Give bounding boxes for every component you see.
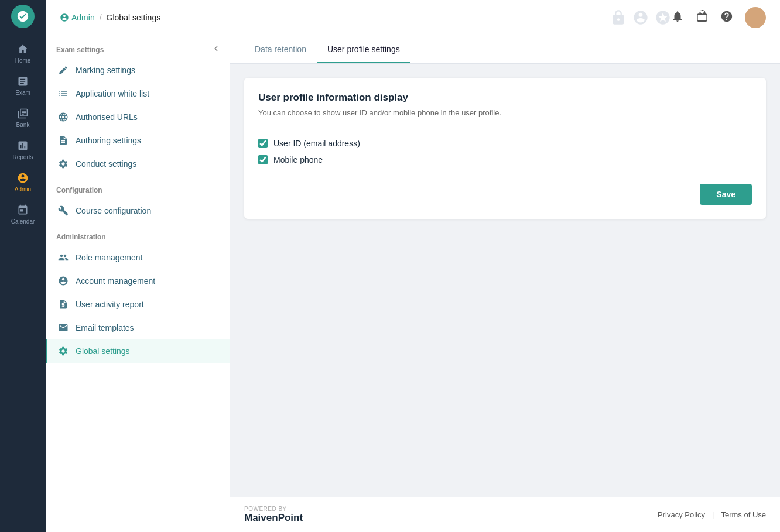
sidebar-item-application-white-list[interactable]: Application white list bbox=[46, 82, 230, 105]
privacy-policy-link[interactable]: Privacy Policy bbox=[658, 510, 705, 519]
card-footer: Save bbox=[258, 174, 752, 205]
tab-user-profile-settings[interactable]: User profile settings bbox=[317, 35, 410, 63]
sidebar-item-bank[interactable]: Bank bbox=[0, 102, 46, 134]
save-button[interactable]: Save bbox=[700, 184, 752, 205]
main-area: Admin / Global settings bbox=[46, 0, 780, 532]
sidebar-item-course-configuration[interactable]: Course configuration bbox=[46, 199, 230, 222]
card-title: User profile information display bbox=[258, 92, 752, 104]
left-navigation: Home Exam Bank Reports Admin Calendar bbox=[0, 0, 46, 532]
terms-of-use-link[interactable]: Terms of Use bbox=[721, 510, 766, 519]
mobile-phone-label[interactable]: Mobile phone bbox=[273, 155, 323, 164]
header-decorative-icons bbox=[610, 9, 671, 26]
footer: POWERED BY MaivenPoint Privacy Policy | … bbox=[230, 497, 780, 532]
footer-links: Privacy Policy | Terms of Use bbox=[658, 510, 766, 519]
sidebar-collapse-button[interactable] bbox=[211, 43, 221, 56]
header-icons bbox=[671, 7, 766, 28]
notifications-button[interactable] bbox=[671, 10, 684, 25]
mobile-phone-checkbox-row: Mobile phone bbox=[258, 155, 752, 164]
tabs-bar: Data retention User profile settings bbox=[230, 35, 780, 64]
sidebar-item-conduct-settings[interactable]: Conduct settings bbox=[46, 152, 230, 176]
breadcrumb-admin[interactable]: Admin bbox=[60, 13, 95, 22]
sidebar-item-calendar[interactable]: Calendar bbox=[0, 198, 46, 231]
sidebar: Exam settings Marking settings Applicati… bbox=[46, 35, 230, 532]
content-row: Exam settings Marking settings Applicati… bbox=[46, 35, 780, 532]
sidebar-item-email-templates[interactable]: Email templates bbox=[46, 316, 230, 339]
powered-by: POWERED BY MaivenPoint bbox=[244, 506, 303, 524]
user-id-label[interactable]: User ID (email address) bbox=[273, 139, 360, 148]
tab-data-retention[interactable]: Data retention bbox=[244, 35, 317, 63]
settings-content-area: User profile information display You can… bbox=[230, 64, 780, 497]
user-profile-card: User profile information display You can… bbox=[244, 78, 766, 219]
configuration-section-title: Configuration bbox=[46, 176, 230, 199]
briefcase-button[interactable] bbox=[696, 10, 709, 25]
administration-section-title: Administration bbox=[46, 222, 230, 246]
help-button[interactable] bbox=[720, 10, 733, 25]
page-content: Data retention User profile settings Use… bbox=[230, 35, 780, 532]
sidebar-item-authorised-urls[interactable]: Authorised URLs bbox=[46, 105, 230, 129]
breadcrumb: Admin / Global settings bbox=[60, 13, 610, 22]
sidebar-item-exam[interactable]: Exam bbox=[0, 70, 46, 102]
sidebar-item-authoring-settings[interactable]: Authoring settings bbox=[46, 129, 230, 152]
exam-settings-section-title: Exam settings bbox=[46, 35, 230, 59]
sidebar-item-marking-settings[interactable]: Marking settings bbox=[46, 59, 230, 82]
user-id-checkbox-row: User ID (email address) bbox=[258, 139, 752, 148]
sidebar-item-reports[interactable]: Reports bbox=[0, 134, 46, 166]
user-id-checkbox[interactable] bbox=[258, 139, 268, 148]
sidebar-item-user-activity-report[interactable]: User activity report bbox=[46, 293, 230, 316]
card-subtitle: You can choose to show user ID and/or mo… bbox=[258, 108, 752, 117]
sidebar-item-admin[interactable]: Admin bbox=[0, 166, 46, 198]
mobile-phone-checkbox[interactable] bbox=[258, 155, 268, 164]
app-logo[interactable] bbox=[11, 5, 35, 28]
sidebar-item-role-management[interactable]: Role management bbox=[46, 246, 230, 269]
sidebar-item-account-management[interactable]: Account management bbox=[46, 269, 230, 293]
top-header: Admin / Global settings bbox=[46, 0, 780, 35]
sidebar-item-home[interactable]: Home bbox=[0, 37, 46, 70]
avatar[interactable] bbox=[745, 7, 766, 28]
sidebar-item-global-settings[interactable]: Global settings bbox=[46, 339, 230, 363]
